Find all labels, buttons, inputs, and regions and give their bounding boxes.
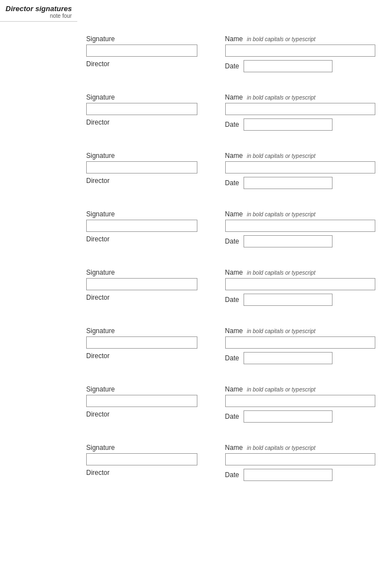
signature-input-1[interactable] xyxy=(86,44,197,57)
right-col-7: Name in bold capitals or typescript Date xyxy=(225,385,375,423)
director-block-3: Signature Director Name in bold capitals… xyxy=(86,144,375,189)
director-label-1: Director xyxy=(86,60,207,68)
name-label-1: Name in bold capitals or typescript xyxy=(225,35,375,43)
name-sublabel-6: in bold capitals or typescript xyxy=(247,328,315,334)
signature-input-3[interactable] xyxy=(86,161,197,173)
name-sublabel-3: in bold capitals or typescript xyxy=(247,153,315,159)
left-col-6: Signature Director xyxy=(86,327,207,364)
director-label-6: Director xyxy=(86,352,207,360)
signature-label-5: Signature xyxy=(86,269,207,276)
signature-input-6[interactable] xyxy=(86,336,197,349)
signature-label-8: Signature xyxy=(86,444,207,452)
right-col-2: Name in bold capitals or typescript Date xyxy=(225,93,375,131)
name-sublabel-5: in bold capitals or typescript xyxy=(247,270,315,276)
name-sublabel-7: in bold capitals or typescript xyxy=(247,386,315,393)
right-col-5: Name in bold capitals or typescript Date xyxy=(225,269,375,306)
left-col-5: Signature Director xyxy=(86,269,207,306)
date-label-8: Date xyxy=(225,471,239,479)
date-input-2[interactable] xyxy=(244,118,333,131)
director-block-8: Signature Director Name in bold capitals… xyxy=(86,436,375,481)
director-block-4: Signature Director Name in bold capitals… xyxy=(86,202,375,247)
date-row-5: Date xyxy=(225,294,375,306)
signature-input-8[interactable] xyxy=(86,453,197,465)
date-row-8: Date xyxy=(225,469,375,481)
date-input-5[interactable] xyxy=(244,294,333,306)
director-label-5: Director xyxy=(86,294,207,301)
right-col-8: Name in bold capitals or typescript Date xyxy=(225,444,375,481)
name-input-7[interactable] xyxy=(225,395,375,407)
name-input-8[interactable] xyxy=(225,453,375,465)
date-row-1: Date xyxy=(225,60,375,72)
date-input-4[interactable] xyxy=(244,235,333,247)
right-col-3: Name in bold capitals or typescript Date xyxy=(225,152,375,189)
signature-input-2[interactable] xyxy=(86,103,197,115)
signature-label-1: Signature xyxy=(86,35,207,43)
date-row-7: Date xyxy=(225,410,375,423)
name-label-2: Name in bold capitals or typescript xyxy=(225,93,375,101)
left-col-4: Signature Director xyxy=(86,210,207,247)
left-col-8: Signature Director xyxy=(86,444,207,481)
left-col-2: Signature Director xyxy=(86,93,207,131)
date-label-7: Date xyxy=(225,413,239,420)
signature-label-3: Signature xyxy=(86,152,207,160)
date-row-2: Date xyxy=(225,118,375,131)
name-input-3[interactable] xyxy=(225,161,375,173)
director-block-2: Signature Director Name in bold capitals… xyxy=(86,86,375,131)
page-note: note four xyxy=(6,13,72,19)
date-row-3: Date xyxy=(225,177,375,189)
page-title: Director signatures xyxy=(6,4,72,13)
name-input-5[interactable] xyxy=(225,278,375,290)
name-label-4: Name in bold capitals or typescript xyxy=(225,210,375,218)
date-label-5: Date xyxy=(225,296,239,304)
date-input-8[interactable] xyxy=(244,469,333,481)
director-label-4: Director xyxy=(86,235,207,243)
date-input-6[interactable] xyxy=(244,352,333,364)
name-input-6[interactable] xyxy=(225,336,375,349)
right-col-6: Name in bold capitals or typescript Date xyxy=(225,327,375,364)
director-block-1: Signature Director Name in bold capitals… xyxy=(86,27,375,72)
signature-label-2: Signature xyxy=(86,93,207,101)
signature-input-5[interactable] xyxy=(86,278,197,290)
signature-input-4[interactable] xyxy=(86,220,197,232)
page-header: Director signatures note four xyxy=(0,0,77,22)
signature-label-7: Signature xyxy=(86,385,207,393)
name-sublabel-8: in bold capitals or typescript xyxy=(247,445,315,451)
left-col-3: Signature Director xyxy=(86,152,207,189)
name-label-8: Name in bold capitals or typescript xyxy=(225,444,375,452)
date-label-1: Date xyxy=(225,62,239,70)
director-block-5: Signature Director Name in bold capitals… xyxy=(86,261,375,306)
date-row-6: Date xyxy=(225,352,375,364)
date-label-6: Date xyxy=(225,354,239,362)
name-input-4[interactable] xyxy=(225,220,375,232)
form-container: Signature Director Name in bold capitals… xyxy=(0,22,392,500)
right-col-4: Name in bold capitals or typescript Date xyxy=(225,210,375,247)
name-sublabel-1: in bold capitals or typescript xyxy=(247,36,315,42)
date-row-4: Date xyxy=(225,235,375,247)
director-block-6: Signature Director Name in bold capitals… xyxy=(86,319,375,364)
director-label-8: Director xyxy=(86,469,207,477)
name-input-2[interactable] xyxy=(225,103,375,115)
name-label-6: Name in bold capitals or typescript xyxy=(225,327,375,335)
date-input-3[interactable] xyxy=(244,177,333,189)
date-label-3: Date xyxy=(225,179,239,187)
signature-input-7[interactable] xyxy=(86,395,197,407)
date-label-2: Date xyxy=(225,121,239,128)
signature-label-6: Signature xyxy=(86,327,207,335)
date-input-1[interactable] xyxy=(244,60,333,72)
name-label-5: Name in bold capitals or typescript xyxy=(225,269,375,276)
date-input-7[interactable] xyxy=(244,410,333,423)
name-sublabel-4: in bold capitals or typescript xyxy=(247,211,315,217)
left-col-7: Signature Director xyxy=(86,385,207,423)
director-label-2: Director xyxy=(86,118,207,126)
name-sublabel-2: in bold capitals or typescript xyxy=(247,95,315,101)
right-col-1: Name in bold capitals or typescript Date xyxy=(225,35,375,72)
name-input-1[interactable] xyxy=(225,44,375,57)
director-label-3: Director xyxy=(86,177,207,185)
signature-label-4: Signature xyxy=(86,210,207,218)
director-block-7: Signature Director Name in bold capitals… xyxy=(86,378,375,423)
name-label-3: Name in bold capitals or typescript xyxy=(225,152,375,160)
left-col-1: Signature Director xyxy=(86,35,207,72)
director-label-7: Director xyxy=(86,410,207,418)
name-label-7: Name in bold capitals or typescript xyxy=(225,385,375,393)
date-label-4: Date xyxy=(225,237,239,245)
